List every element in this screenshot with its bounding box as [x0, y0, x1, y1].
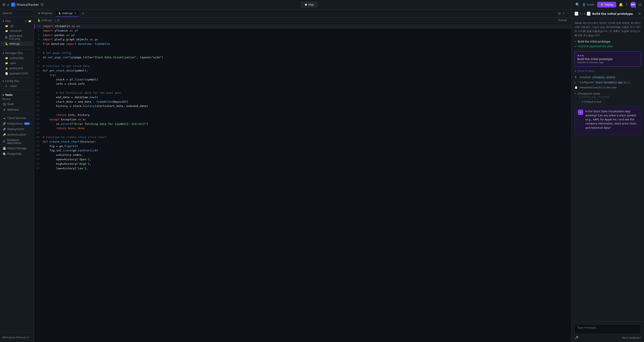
agent-message-header: ✦ Is the Stock Data Visualization App wo… — [578, 110, 638, 130]
more-options-icon[interactable]: ⋯ — [566, 12, 570, 15]
feedback-label[interactable]: Have feedback? — [622, 337, 641, 339]
expand-icon[interactable]: ⊡ — [639, 2, 642, 7]
search-label[interactable]: Search — [2, 11, 12, 15]
task-header — [577, 54, 638, 57]
stop-label: Stop — [308, 3, 314, 6]
sidebar-item-poetry-lock[interactable]: 🔒 poetry.lock — [1, 66, 33, 71]
stop-button[interactable]: Stop — [301, 1, 318, 8]
workspace-features[interactable]: Workspace Features ⓘ — [0, 335, 34, 340]
code-line-27: 27 def create_stock_chart(history): — [34, 140, 571, 144]
code-line-22: 22 except Exception as e: — [34, 117, 571, 122]
home-icon[interactable]: ⌂ — [7, 2, 9, 7]
right-panel: ‹ 1 / 1 › Build the initial prototype ✕ … — [571, 9, 644, 342]
divider-cloud — [2, 114, 32, 114]
code-line-24: 24 return None, None — [34, 126, 571, 131]
main-py-label: main.py — [10, 42, 20, 45]
sidebar-item-git[interactable]: 📁 .git — [1, 24, 33, 28]
fullscreen-icon[interactable]: ⤢ — [562, 12, 565, 15]
tools-item-deployments[interactable]: 🚀 Deployments — [0, 126, 34, 132]
approved-text: rhs1014 approved the plan — [578, 45, 613, 48]
progress-tab-icon: ▶ — [38, 12, 40, 14]
code-line-17: 17 end_date = datetime.now() — [34, 95, 571, 100]
show-more-label: Show 4 more — [578, 70, 594, 73]
avatar[interactable]: DR — [630, 2, 636, 8]
sidebar-item-streamlit[interactable]: 📁 .streamlit — [1, 29, 33, 33]
config-chevron: ▾ — [2, 80, 4, 83]
files-section-header[interactable]: ▾ Files + 📁 — [0, 19, 34, 23]
breadcrumb-main-py[interactable]: main.py — [42, 19, 52, 22]
agent-message-text: Is the Stock Data Visualization App work… — [586, 110, 638, 130]
clipboard-icon: 📋 — [574, 86, 578, 89]
agent-dot-1 — [577, 55, 579, 57]
breadcrumb-right: Format — [557, 18, 568, 22]
tools-item-object-storage[interactable]: 💾 Object Storage — [0, 146, 34, 151]
streamlit-label: .streamlit — [10, 29, 22, 32]
icon-png-label: generated-icon.png — [9, 34, 30, 40]
topbar-center: Stop — [45, 1, 574, 8]
code-line-8: 8 st.set_page_config(page_title="Stock D… — [34, 55, 571, 60]
webview-icon: 🖥 — [2, 108, 6, 111]
tools-item-database[interactable]: 🗄 Database (Key/Value) — [0, 138, 34, 146]
tools-item-cloud[interactable]: ☁ Cloud Services — [0, 115, 34, 121]
tools-item-integrations[interactable]: 🔗 Integrations New — [0, 121, 34, 126]
webview-label: Webview — [7, 108, 19, 111]
sidebar-item-icon-png[interactable]: 🖼 generated-icon.png — [1, 33, 33, 41]
code-line-21: 21 return info, history — [34, 113, 571, 117]
tools-item-webview[interactable]: 🖥 Webview — [0, 107, 34, 113]
tab-progress[interactable]: ▶ Progress — [36, 10, 55, 16]
panel-prev-button[interactable]: ‹ — [574, 11, 578, 16]
packager-header[interactable]: ▾ Packager files — [0, 51, 34, 55]
sidebar-item-pythonlibs[interactable]: 📁 .pythonlibs — [1, 56, 33, 60]
sidebar-item-upm[interactable]: 📁 .upm — [1, 61, 33, 66]
grid-icon[interactable]: ⊞ — [2, 2, 5, 7]
sidebar: Search ▾ Files + 📁 📁 .git 📁 .streamlit 🖼… — [0, 9, 34, 342]
new-folder-icon[interactable]: 📁 — [28, 20, 32, 23]
shell-icon: ⬛ — [2, 102, 6, 106]
add-tab-button[interactable]: + — [80, 11, 86, 16]
code-line-23: 23 st.error(f"Error fetching data for {s… — [34, 122, 571, 126]
packager-label: Packager files — [5, 52, 23, 55]
panel-close-icon[interactable]: ✕ — [638, 12, 641, 16]
menu-icon[interactable]: ☰ — [40, 2, 44, 7]
deploy-icon: ⚡ — [600, 3, 604, 6]
breadcrumb-st[interactable]: st — [57, 19, 60, 22]
files-section: ▾ Files + 📁 📁 .git 📁 .streamlit 🖼 genera… — [0, 17, 34, 48]
bell-icon[interactable]: 🔔 — [619, 2, 623, 7]
checkpoint-row: ⟳ Checkpoint made 3 minutes ago • f50c69… — [574, 92, 641, 104]
show-more-button[interactable]: ⇅ Show 4 more — [574, 69, 641, 73]
rollback-button[interactable]: ⟳ Rollback to here — [579, 100, 604, 104]
format-button[interactable]: Format — [557, 18, 568, 22]
sidebar-item-replit[interactable]: ⚙ .replit — [1, 84, 33, 88]
checkpoint-title: ⟳ Checkpoint made — [574, 92, 641, 95]
config-label: Config files — [5, 80, 20, 83]
panel-next-button[interactable]: › — [587, 11, 590, 16]
breadcrumb: 🐍 main.py › ◇ st Format — [34, 17, 571, 23]
tools-item-auth[interactable]: 🔑 Authentication — [0, 132, 34, 138]
deploy-button[interactable]: ⚡ Deploy — [597, 2, 616, 7]
tools-header[interactable]: ▾ Tools — [0, 93, 34, 97]
rollback-label: Rollback to here — [584, 101, 602, 103]
streamlit-folder-icon: 📁 — [5, 30, 8, 32]
config-header[interactable]: ▾ Config files — [0, 79, 34, 83]
upm-icon: 📁 — [5, 62, 8, 65]
chat-input-footer: 🎤 Have feedback? — [574, 336, 641, 340]
new-file-icon[interactable]: + — [25, 20, 27, 23]
sidebar-item-pyproject[interactable]: 📄 pyproject.toml — [1, 71, 33, 76]
code-editor[interactable]: 1 import streamlit as st 2 import yfinan… — [34, 23, 571, 342]
invite-button[interactable]: 👤 Invite — [582, 3, 594, 6]
close-tab-icon[interactable]: ✕ — [74, 12, 76, 14]
tools-item-shell[interactable]: ⬛ Shell — [0, 101, 34, 107]
sidebar-item-main-py[interactable]: 🐍 main.py — [1, 41, 33, 46]
agent-dot-3 — [582, 55, 584, 57]
plan-bullet-item: Build the initial prototype — [574, 40, 641, 43]
search-icon[interactable]: 🔍 — [575, 2, 580, 7]
chat-input[interactable] — [574, 324, 641, 334]
tools-item-postgresql[interactable]: 🐘 PostgreSQL — [0, 151, 34, 157]
pyproject-label: pyproject.toml — [10, 72, 28, 75]
split-editor-icon[interactable]: ⊟ — [558, 12, 560, 15]
help-icon[interactable]: ? — [626, 2, 628, 7]
mic-icon[interactable]: 🎤 — [574, 336, 578, 340]
code-line-10: 10 # Function to get stock data — [34, 64, 571, 69]
packager-chevron: ▾ — [2, 52, 4, 55]
tab-main-py[interactable]: 🐍 main.py ✕ — [56, 10, 79, 16]
